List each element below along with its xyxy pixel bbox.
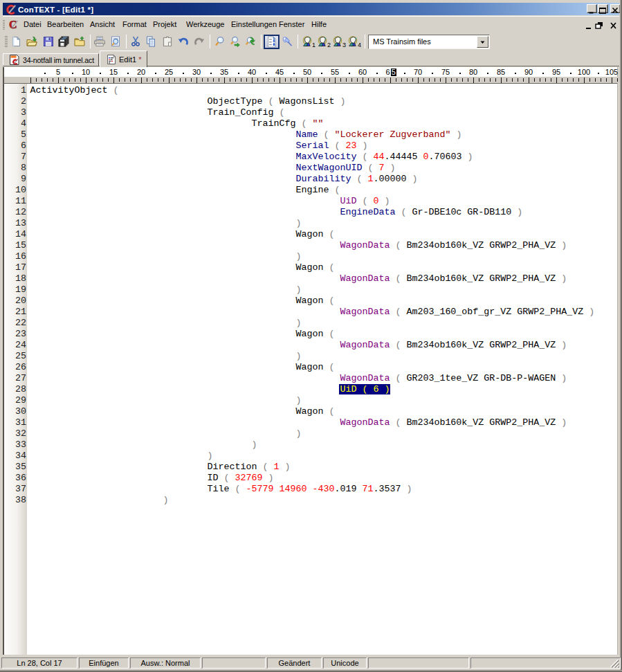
svg-text:4: 4 [358, 42, 361, 48]
svg-text:1: 1 [312, 42, 315, 48]
svg-text:3: 3 [342, 42, 346, 48]
svg-text:2: 2 [327, 42, 331, 48]
svg-text:C: C [9, 19, 17, 30]
